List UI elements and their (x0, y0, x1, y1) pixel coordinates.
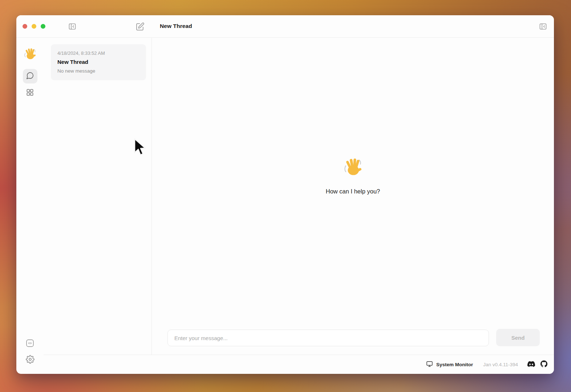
icon-rail (16, 38, 44, 374)
minimize-window-button[interactable] (32, 24, 36, 29)
page-title: New Thread (160, 23, 192, 29)
greeting-text: How can I help you? (326, 188, 380, 195)
collapse-left-panel-button[interactable] (68, 22, 77, 31)
new-thread-button[interactable] (135, 21, 145, 32)
thread-subtitle: No new message (57, 68, 139, 74)
rail-tab-hub[interactable] (24, 86, 37, 99)
discord-link[interactable] (527, 361, 535, 368)
app-version: Jan v0.4.11-394 (483, 362, 518, 367)
rail-tab-threads[interactable] (23, 69, 37, 83)
message-input[interactable] (167, 330, 489, 346)
code-icon (25, 339, 35, 349)
grid-icon (26, 88, 34, 98)
github-icon (540, 360, 547, 368)
waving-hand-emoji (343, 157, 364, 179)
rail-tab-local-api[interactable] (24, 338, 36, 350)
panel-collapse-right-icon (539, 22, 547, 31)
close-window-button[interactable] (23, 24, 27, 29)
system-monitor-label: System Monitor (436, 362, 473, 367)
rail-tab-settings[interactable] (24, 353, 37, 366)
thread-title: New Thread (57, 59, 139, 65)
monitor-icon (426, 360, 433, 368)
thread-list-item[interactable]: 4/18/2024, 8:33:52 AM New Thread No new … (51, 44, 146, 80)
zoom-window-button[interactable] (41, 24, 45, 29)
status-bar: System Monitor Jan v0.4.11-394 (44, 355, 554, 374)
window-controls (23, 24, 45, 29)
chat-bubble-icon (26, 72, 34, 81)
github-link[interactable] (540, 360, 547, 368)
app-window: New Thread (16, 15, 554, 374)
thread-timestamp: 4/18/2024, 8:33:52 AM (57, 50, 139, 56)
system-monitor-button[interactable]: System Monitor (426, 360, 473, 368)
thread-list-panel: 4/18/2024, 8:33:52 AM New Thread No new … (44, 38, 151, 355)
send-button[interactable]: Send (496, 329, 540, 346)
panel-collapse-left-icon (68, 22, 77, 31)
titlebar: New Thread (16, 15, 554, 38)
waving-hand-emoji (23, 47, 37, 62)
collapse-right-panel-button[interactable] (538, 22, 548, 31)
compose-icon (135, 22, 145, 31)
empty-state-greeting: How can I help you? (152, 157, 554, 195)
gear-icon (26, 355, 35, 365)
discord-icon (527, 361, 535, 368)
chat-area: How can I help you? Send (152, 38, 554, 355)
